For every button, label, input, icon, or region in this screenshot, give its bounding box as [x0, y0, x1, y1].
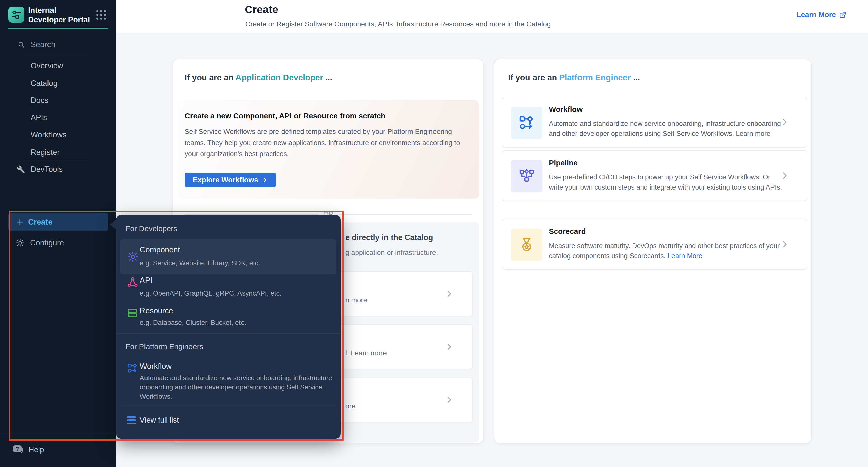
external-link-icon [839, 11, 846, 19]
menu-item-title: API [140, 276, 152, 285]
workflow-row[interactable]: Workflow Automate and standardize new se… [502, 96, 807, 148]
sidebar-item-label: DevTools [31, 165, 63, 174]
sidebar-item-create[interactable]: Create [8, 213, 108, 231]
scorecard-row[interactable]: Scorecard Measure software maturity. Dev… [502, 219, 807, 270]
wrench-icon [17, 165, 25, 174]
divider-line [338, 214, 472, 215]
sidebar-item-register[interactable]: Register [31, 148, 60, 157]
plus-icon [16, 218, 24, 226]
menu-item-subtitle: e.g. OpenAPI, GraphQL, gRPC, AsyncAPI, e… [140, 289, 281, 297]
explore-workflows-label: Explore Workflows [193, 176, 258, 184]
workflow-icon [127, 363, 138, 374]
workflow-row-desc-text: Automate and standardize new service onb… [549, 120, 781, 137]
app-logo [8, 6, 24, 23]
chevron-right-icon [780, 118, 789, 127]
view-full-list-label: View full list [140, 416, 179, 424]
developer-card-title-role: Application Developer [236, 73, 323, 82]
scorecard-row-desc-text: Measure software maturity. DevOps maturi… [549, 242, 779, 260]
page-title: Create [245, 3, 278, 15]
sidebar-item-devtools[interactable]: DevTools [17, 165, 63, 174]
workflow-row-title: Workflow [549, 105, 583, 114]
sidebar-item-label: APIs [31, 113, 47, 122]
divider [116, 333, 341, 334]
sidebar-item-apis[interactable]: APIs [31, 113, 47, 122]
platform-card-title-prefix: If you are an [508, 73, 559, 82]
divider [0, 433, 116, 433]
scorecard-row-link[interactable]: Learn More [668, 252, 703, 260]
scratch-description: Self Service Workflows are pre-defined t… [185, 126, 467, 159]
sidebar-item-workflows[interactable]: Workflows [31, 130, 66, 139]
pipeline-row-desc-text: Use pre-defined CI/CD steps to power up … [549, 174, 782, 191]
menu-item-subtitle: e.g. Service, Website, Library, SDK, etc… [140, 259, 260, 267]
register-row-text-fragment: n more [345, 296, 367, 304]
learn-more-link[interactable]: Learn More [797, 10, 846, 19]
developer-card-title-suffix: ... [323, 73, 333, 82]
chevron-right-icon [780, 240, 789, 249]
page-subtitle: Create or Register Software Components, … [245, 20, 551, 28]
menu-item-title: Resource [140, 306, 173, 315]
sidebar-item-catalog[interactable]: Catalog [31, 79, 58, 88]
sidebar-item-label: Create [28, 218, 53, 227]
sidebar-item-label: Docs [31, 96, 49, 105]
pipeline-row[interactable]: Pipeline Use pre-defined CI/CD steps to … [502, 150, 807, 201]
gear-icon [16, 238, 25, 247]
pipeline-row-title: Pipeline [549, 159, 578, 167]
platform-card-title-role: Platform Engineer [559, 73, 631, 82]
pipeline-row-description: Use pre-defined CI/CD steps to power up … [549, 172, 784, 192]
sidebar-item-search[interactable]: Search [18, 40, 55, 49]
divider [120, 405, 337, 405]
search-icon [18, 41, 25, 49]
register-row-text-fragment: l. Learn more [345, 349, 387, 357]
register-row-text-fragment: ore [345, 402, 355, 410]
divider [24, 159, 89, 159]
learn-more-label: Learn More [797, 10, 836, 19]
register-section-subtitle-fragment: g application or infrastructure. [345, 249, 438, 257]
menu-item-subtitle: e.g. Database, Cluster, Bucket, etc. [140, 319, 246, 327]
menu-item-title: Workflow [140, 362, 172, 371]
platform-card-title: If you are an Platform Engineer ... [508, 73, 640, 83]
sidebar-item-label: Help [29, 445, 44, 454]
scorecard-icon [511, 229, 542, 261]
chevron-right-icon [445, 289, 453, 298]
sidebar-item-label: Catalog [31, 79, 58, 88]
sidebar-item-label: Register [31, 148, 60, 157]
platform-card-title-suffix: ... [631, 73, 640, 82]
chevron-right-icon [445, 396, 453, 404]
api-icon [127, 277, 138, 288]
create-from-scratch-panel: Create a new Component, API or Resource … [178, 100, 479, 198]
register-section-title-fragment: e directly in the Catalog [345, 233, 433, 242]
developer-card-title-prefix: If you are an [185, 73, 236, 82]
sidebar-item-configure[interactable]: Configure [16, 238, 64, 247]
sidebar-item-overview[interactable]: Overview [31, 61, 63, 70]
menu-item-description: Automate and standardize new service onb… [140, 373, 341, 401]
sidebar-item-help[interactable]: ? Help [13, 445, 44, 454]
popup-caret [110, 219, 117, 230]
sidebar-item-docs[interactable]: Docs [31, 96, 49, 105]
app-switcher-icon[interactable] [96, 10, 106, 20]
page-header: Create Create or Register Software Compo… [116, 0, 868, 33]
component-gear-icon [127, 251, 139, 263]
menu-section-developers: For Developers [126, 224, 177, 233]
brand-accent-rule [8, 28, 108, 29]
platform-engineer-card: If you are an Platform Engineer ... Work… [494, 59, 812, 444]
list-icon [127, 416, 136, 424]
scorecard-row-description: Measure software maturity. DevOps maturi… [549, 241, 784, 261]
workflow-icon [511, 106, 542, 139]
developer-card-title: If you are an Application Developer ... [185, 73, 332, 83]
sidebar-item-label: Configure [30, 238, 64, 247]
help-chat-icon: ? [13, 445, 23, 454]
chevron-right-icon [780, 171, 789, 180]
app-root: Create Create or Register Software Compo… [0, 0, 868, 467]
chevron-right-icon [445, 343, 453, 351]
explore-workflows-button[interactable]: Explore Workflows [185, 173, 276, 187]
workflow-row-description: Automate and standardize new service onb… [549, 119, 784, 139]
pipeline-icon [511, 160, 542, 192]
sidebar-item-label: Overview [31, 61, 63, 70]
sidebar-item-label: Search [31, 40, 55, 49]
scratch-heading: Create a new Component, API or Resource … [185, 112, 385, 120]
sidebar-item-label: Workflows [31, 130, 66, 139]
menu-section-platform: For Platform Engineers [126, 342, 203, 351]
divider [24, 56, 89, 56]
create-flyout-menu: For Developers Component e.g. Service, W… [116, 215, 341, 439]
menu-item-component[interactable]: Component e.g. Service, Website, Library… [120, 239, 337, 275]
